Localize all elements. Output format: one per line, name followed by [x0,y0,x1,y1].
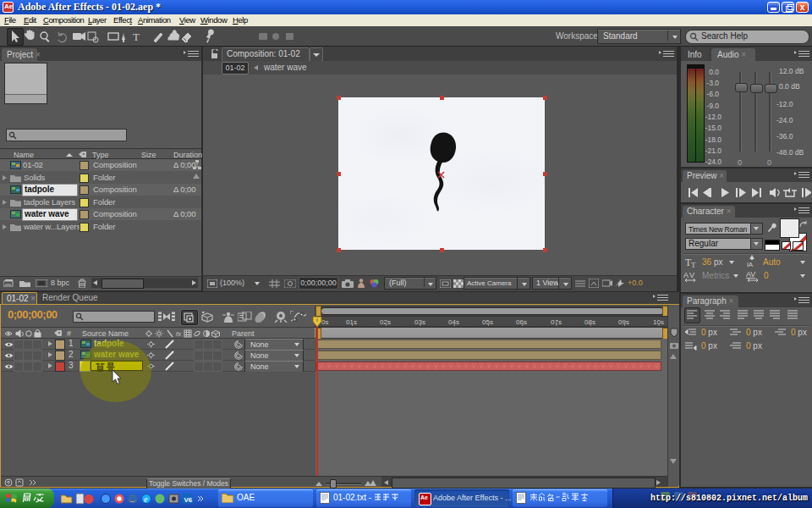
svg-text:AV: AV [746,270,755,279]
svg-text:e: e [144,494,148,504]
svg-text:T: T [133,30,140,43]
svg-text:A: A [683,271,689,279]
svg-text:V: V [689,271,694,279]
svg-text:fx: fx [176,330,182,338]
svg-text:V6: V6 [184,496,193,504]
svg-text:T: T [691,261,696,268]
svg-text:lA: lA [747,261,754,268]
